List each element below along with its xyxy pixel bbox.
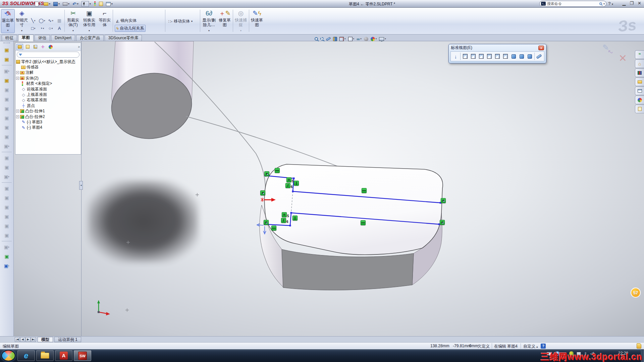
appearances-scenes-tab[interactable] <box>635 96 644 104</box>
shell-button[interactable]: ▣ <box>2 184 11 192</box>
horizontal-relation-badge[interactable]: — <box>362 188 367 193</box>
left-view[interactable] <box>478 53 485 60</box>
back-view[interactable] <box>470 53 477 60</box>
display-delete-relations-button[interactable]: 6∂ 显示/删除几…▾ <box>201 9 217 33</box>
linear-pattern-button[interactable]: ▣▸ <box>2 173 11 181</box>
tree-item-material[interactable]: 材质 <未指定> <box>16 81 81 86</box>
panel-splitter-handle[interactable]: ◂ <box>79 181 83 190</box>
menu-expand-arrow[interactable]: ▸ <box>32 1 34 5</box>
swept-cut-button[interactable]: ▣ <box>2 123 11 131</box>
coincident-relation-badge[interactable]: × <box>264 220 269 225</box>
search-dropdown-icon[interactable]: ▾ <box>603 2 605 5</box>
expand-icon[interactable]: + <box>16 71 19 74</box>
equal-relation-badge[interactable]: =5 <box>286 177 291 182</box>
windows-explorer-taskbar-button[interactable] <box>36 350 54 361</box>
trimetric-view[interactable] <box>518 53 525 60</box>
view-palette-tab[interactable] <box>635 86 644 95</box>
move-entities-button[interactable]: ∷▫移动实体▾ <box>167 18 194 25</box>
graphics-viewport[interactable] <box>14 41 644 336</box>
select-icon[interactable]: ▾ <box>82 1 91 7</box>
print-icon[interactable]: ▾ <box>63 2 69 6</box>
tree-item-top-plane[interactable]: ◇上视基准面 <box>16 92 81 97</box>
status-help-button[interactable]: ? <box>541 344 546 349</box>
vertical-relation-badge[interactable]: | <box>294 181 299 186</box>
hole-wizard-button[interactable]: ▣ <box>2 105 11 113</box>
tree-item-right-plane[interactable]: ◇右视基准面 <box>16 98 81 103</box>
zoom-area-button[interactable] <box>320 37 324 41</box>
reference-geometry-button[interactable]: ▣▸ <box>2 243 11 251</box>
bottom-view[interactable] <box>502 53 509 60</box>
draft-button[interactable]: ▣ <box>2 194 11 202</box>
close-button[interactable]: ✕ <box>638 1 641 6</box>
apply-scene-button[interactable]: ▾ <box>379 37 386 41</box>
isometric-view[interactable] <box>510 53 517 60</box>
previous-view-button[interactable] <box>326 38 331 40</box>
tree-item-sketch3[interactable]: ✎(-) 草图3 <box>16 119 81 125</box>
horizontal-relation-badge[interactable]: — <box>361 220 366 225</box>
expand-icon[interactable]: + <box>16 115 19 118</box>
zoom-fit-button[interactable] <box>315 37 318 41</box>
tree-item-boss-extrude1[interactable]: +凸台-拉伸1 <box>16 109 81 114</box>
sheet-nav-2[interactable]: ▶ <box>25 337 31 342</box>
sheet-nav-1[interactable]: ◀ <box>20 337 25 342</box>
restore-button[interactable]: ❐ <box>630 1 634 6</box>
status-tag-icon[interactable] <box>637 343 641 349</box>
expand-icon[interactable]: + <box>16 110 19 113</box>
offset-entities-button[interactable]: ⌐ 等距实体 <box>98 9 111 33</box>
fillet-button[interactable]: ▣ <box>2 154 11 162</box>
horizontal-relation-badge[interactable]: — <box>271 226 276 231</box>
open-icon[interactable]: ▾ <box>44 2 50 6</box>
boundary-boss-button[interactable]: ▣ <box>2 86 11 94</box>
display-style-button[interactable]: ▾ <box>348 37 355 41</box>
smart-dimension-button[interactable]: ◈ 智能尺寸▾ <box>16 9 28 33</box>
coincident-relation-badge[interactable]: × <box>260 190 265 195</box>
normal-to-view[interactable]: ↓ <box>452 53 459 60</box>
lofted-boss-button[interactable]: ▣ <box>2 76 11 84</box>
convert-entities-button[interactable]: ▣ 转换实体引用▾ <box>82 9 97 33</box>
undo-icon[interactable]: ↶▾ <box>72 2 78 6</box>
expand-icon[interactable]: + <box>16 77 19 80</box>
mirror-feature-button[interactable]: ▣ <box>2 203 11 211</box>
horizontal-relation-badge[interactable]: — <box>275 168 280 173</box>
file-properties-icon[interactable] <box>99 2 103 6</box>
tree-item-sketch4[interactable]: ✎(-) 草图4 <box>16 125 81 130</box>
adobe-reader-taskbar-button[interactable]: A <box>55 350 72 361</box>
property-manager-tab[interactable] <box>24 44 31 50</box>
status-units[interactable]: 自定义 ▴ <box>523 344 538 349</box>
solidworks-taskbar-button[interactable]: SW <box>74 350 91 361</box>
circle-tool[interactable]: ◯▾ <box>38 17 46 24</box>
new-document-icon[interactable]: ▾ <box>35 2 41 6</box>
line-tool[interactable]: ╲▾ <box>29 17 38 24</box>
notification-badge[interactable]: 57 <box>631 288 641 298</box>
chamfer-button[interactable]: ▣ <box>2 163 11 171</box>
vertical-relation-badge[interactable]: | <box>292 216 298 221</box>
tab-草图[interactable]: 草图 <box>18 35 34 41</box>
auto-relations-button[interactable]: ϟ自动几何关系 <box>115 25 146 32</box>
tab-3DSource零件库[interactable]: 3DSource零件库 <box>105 35 142 41</box>
tab-特征[interactable]: 特征 <box>2 35 17 41</box>
view-orientation-hud-button[interactable]: ▾ <box>339 37 346 41</box>
shadow-toggle-button[interactable] <box>364 37 368 41</box>
extruded-cut-button[interactable]: ▣ <box>2 95 11 103</box>
tab-DimXpert[interactable]: DimXpert <box>51 35 75 41</box>
cancel-sketch-icon[interactable]: ✕ <box>619 52 627 64</box>
curves-button[interactable]: ▣ <box>2 252 11 260</box>
lofted-cut-button[interactable]: ▣ <box>2 133 11 141</box>
ellipse-tool[interactable]: ○▾ <box>46 24 55 32</box>
search-input[interactable]: 搜索命令 <box>547 1 598 6</box>
tree-item-annotations[interactable]: +A注解 <box>16 70 81 75</box>
internet-explorer-taskbar-button[interactable]: e <box>17 350 35 361</box>
tree-root-part2[interactable]: 零件2 (默认<<默认>_显示状态 <box>16 59 81 64</box>
search-icon[interactable] <box>599 2 602 5</box>
dome-button[interactable]: ▣ <box>2 231 11 239</box>
coincident-relation-badge[interactable]: × <box>264 171 269 176</box>
feature-manager-tab[interactable] <box>16 44 23 50</box>
dimxpert-manager-tab[interactable]: ✛ <box>40 44 46 50</box>
close-dialog-button[interactable]: x <box>538 46 544 50</box>
section-view-button[interactable] <box>333 37 337 41</box>
home-tab[interactable]: ⌂ <box>635 59 644 68</box>
spline-tool[interactable]: ∿▾ <box>46 17 55 24</box>
parallel-relation-badge[interactable]: /6 <box>285 183 290 188</box>
tree-item-boss-extrude2[interactable]: +凸台-拉伸2 <box>16 114 81 119</box>
coincident-relation-badge[interactable]: × <box>440 220 445 225</box>
